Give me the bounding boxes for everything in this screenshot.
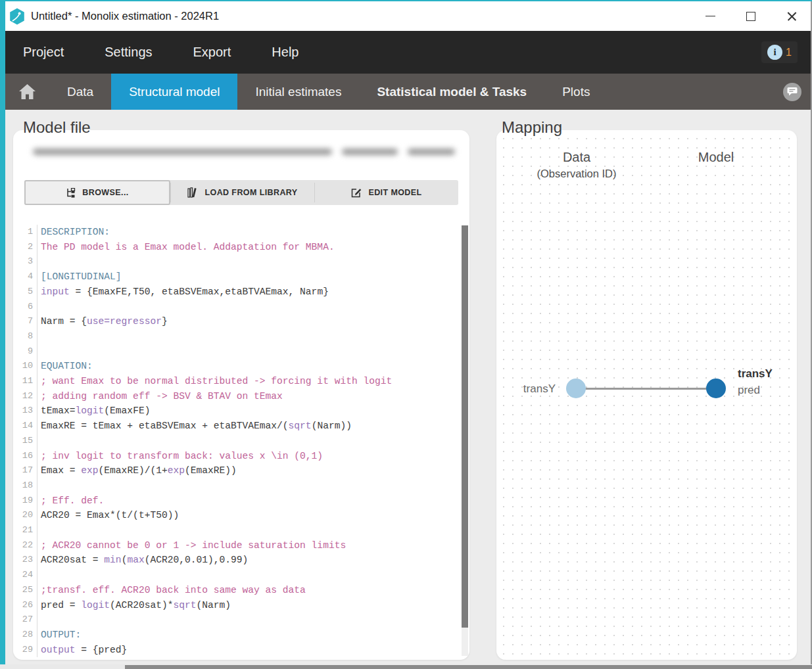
minimize-icon	[705, 16, 715, 17]
code-line[interactable]: 26pred = logit(ACR20sat)*sqrt(Narm)	[22, 598, 462, 613]
menu-project[interactable]: Project	[23, 41, 64, 64]
tab-home[interactable]	[5, 74, 49, 110]
tab-statistical-model-tasks[interactable]: Statistical model & Tasks	[359, 74, 544, 110]
line-number: 2	[22, 240, 37, 255]
model-file-toolbar: BROWSE... LOAD FROM LIBRARY	[24, 180, 458, 205]
line-number: 4	[22, 269, 37, 285]
line-number: 1	[22, 225, 37, 240]
model-file-title: Model file	[23, 118, 91, 137]
line-number: 8	[22, 329, 37, 344]
edit-pencil-icon	[351, 187, 362, 198]
code-line[interactable]: 4[LONGITUDINAL]	[22, 269, 462, 285]
code-line[interactable]: 5input = {EmaxFE,T50, etaBSVEmax,etaBTVA…	[22, 285, 462, 300]
maximize-button[interactable]	[730, 1, 771, 31]
tab-bar: Data Structural model Initial estimates …	[0, 74, 812, 110]
menu-export[interactable]: Export	[193, 41, 231, 64]
load-from-library-button[interactable]: LOAD FROM LIBRARY	[171, 180, 314, 205]
line-number: 21	[22, 523, 37, 538]
code-line[interactable]: 21	[22, 523, 462, 538]
line-number: 15	[22, 434, 37, 449]
line-number: 22	[22, 538, 37, 553]
tab-plots[interactable]: Plots	[544, 74, 608, 110]
tab-initial-estimates[interactable]: Initial estimates	[237, 74, 359, 110]
code-line[interactable]: 20ACR20 = Emax*(t/(t+T50))	[22, 508, 462, 523]
editor-scrollbar-thumb[interactable]	[462, 225, 468, 628]
line-number: 6	[22, 300, 37, 315]
mapping-connector-line	[576, 388, 716, 390]
menu-help[interactable]: Help	[272, 41, 299, 64]
code-line[interactable]: 29output = {pred}	[22, 643, 462, 658]
window-title: Untitled* - Monolix estimation - 2024R1	[31, 10, 219, 22]
code-line[interactable]: 1DESCRIPTION:	[22, 225, 462, 240]
tab-structural-model[interactable]: Structural model	[111, 74, 237, 110]
code-line[interactable]: 18	[22, 478, 462, 494]
code-line[interactable]: 6	[22, 300, 462, 315]
code-line[interactable]: 28OUTPUT:	[22, 628, 462, 643]
close-button[interactable]	[771, 1, 812, 31]
code-line[interactable]: 24	[22, 568, 462, 583]
code-line[interactable]: 8	[22, 329, 462, 344]
window-accent-border	[0, 1, 5, 669]
tab-data[interactable]: Data	[49, 74, 111, 110]
mapping-model-header: Model	[698, 150, 734, 165]
minimize-button[interactable]	[690, 1, 730, 31]
edit-model-button-label: EDIT MODEL	[368, 188, 421, 197]
mapping-connection-row: transY transY pred	[496, 373, 797, 406]
code-line[interactable]: 25;transf. eff. ACR20 back into same way…	[22, 583, 462, 598]
maximize-icon	[746, 12, 755, 21]
code-line[interactable]: 19; Eff. def.	[22, 494, 462, 509]
menu-settings[interactable]: Settings	[105, 41, 152, 64]
model-file-path-redacted	[33, 148, 465, 156]
mapping-model-label: transY	[738, 367, 773, 381]
title-bar: Untitled* - Monolix estimation - 2024R1	[0, 1, 812, 31]
menu-bar: Project Settings Export Help i 1	[0, 31, 812, 74]
window-controls	[690, 1, 812, 31]
code-line[interactable]: 2The PD model is a Emax model. Addaptati…	[22, 240, 462, 255]
browse-button[interactable]: BROWSE...	[24, 180, 170, 205]
code-line[interactable]: 11; want Emax to be normal distributed -…	[22, 374, 462, 389]
horizontal-scrollbar-thumb[interactable]	[125, 665, 812, 669]
horizontal-scrollbar[interactable]	[0, 664, 812, 669]
code-line[interactable]: 10EQUATION:	[22, 359, 462, 374]
code-line[interactable]: 14EmaxRE = tEmax + etaBSVEmax + etaBTVAE…	[22, 419, 462, 434]
mapping-model-node[interactable]	[706, 379, 726, 398]
notification-area[interactable]: i 1	[761, 41, 798, 63]
app-window: Untitled* - Monolix estimation - 2024R1 …	[0, 0, 812, 669]
home-icon	[19, 84, 36, 99]
code-line[interactable]: 13tEmax=logit(EmaxFE)	[22, 404, 462, 419]
mapping-data-node[interactable]	[566, 379, 586, 398]
line-number: 5	[22, 285, 37, 300]
line-number: 16	[22, 449, 37, 464]
code-editor[interactable]: 1DESCRIPTION:2The PD model is a Emax mod…	[22, 225, 462, 657]
line-number: 10	[22, 359, 37, 374]
code-line[interactable]: 17Emax = exp(EmaxRE)/(1+exp(EmaxRE))	[22, 463, 462, 478]
model-file-card: BROWSE... LOAD FROM LIBRARY	[13, 130, 469, 660]
code-line[interactable]: 3	[22, 254, 462, 269]
tree-browse-icon	[66, 188, 76, 198]
chat-bubble-icon[interactable]	[783, 83, 801, 101]
code-line[interactable]: 27	[22, 612, 462, 628]
edit-model-button[interactable]: EDIT MODEL	[315, 180, 458, 205]
code-line[interactable]: 15	[22, 434, 462, 449]
close-icon	[787, 11, 797, 21]
line-number: 11	[22, 374, 37, 389]
code-line[interactable]: 23ACR20sat = min(max(ACR20,0.01),0.99)	[22, 553, 462, 568]
code-line[interactable]: 16; inv logit to transform back: values …	[22, 449, 462, 464]
mapping-card: Data (Observation ID) Model transY trans…	[496, 130, 797, 660]
code-line[interactable]: 12; adding random eff -> BSV & BTAV on t…	[22, 389, 462, 404]
editor-scrollbar[interactable]	[462, 225, 468, 656]
mapping-model-sublabel: pred	[738, 384, 760, 397]
code-line[interactable]: 7Narm = {use=regressor}	[22, 314, 462, 329]
load-from-library-button-label: LOAD FROM LIBRARY	[204, 188, 297, 197]
mapping-data-header: Data	[563, 150, 590, 165]
browse-button-label: BROWSE...	[82, 188, 128, 197]
line-number: 25	[22, 583, 37, 598]
line-number: 12	[22, 389, 37, 404]
line-number: 13	[22, 404, 37, 419]
code-line[interactable]: 9	[22, 344, 462, 359]
mapping-data-subheader: (Observation ID)	[537, 168, 616, 180]
code-line[interactable]: 22; ACR20 cannot be 0 or 1 -> include sa…	[22, 538, 462, 553]
line-number: 7	[22, 314, 37, 329]
line-number: 17	[22, 463, 37, 478]
line-number: 18	[22, 478, 37, 494]
